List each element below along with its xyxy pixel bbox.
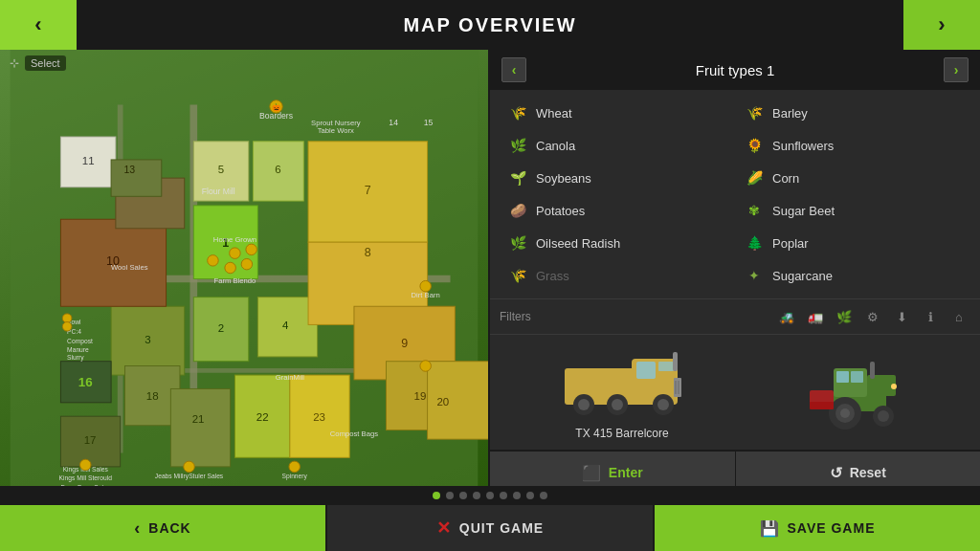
svg-rect-98 [870,362,875,379]
svg-text:Manure: Manure [67,346,89,353]
fruit-item-sugar-beet[interactable]: ✾ Sugar Beet [736,195,970,226]
svg-text:Home Grown: Home Grown [213,235,256,244]
svg-rect-90 [674,378,681,397]
pagination-dot-6[interactable] [500,492,507,499]
content-area: ⊹ Select 1 2 3 [0,50,980,486]
fruit-item-poplar[interactable]: 🌲 Poplar [736,228,970,258]
poplar-label: Poplar [772,236,809,251]
map-section: ⊹ Select 1 2 3 [0,50,488,486]
svg-text:Kings Mill Sterould: Kings Mill Sterould [59,474,113,482]
back-label: BACK [148,520,190,536]
sugarcane-label: Sugarcane [772,269,833,283]
fruit-prev-icon: ‹ [512,62,517,77]
save-label: SAVE GAME [788,520,876,536]
svg-text:Farm Farm Sales: Farm Farm Sales [60,484,110,486]
svg-text:Jeabs MillryStuler Sales: Jeabs MillryStuler Sales [155,473,224,480]
svg-text:GrainMill: GrainMill [276,373,305,382]
svg-point-87 [612,399,623,410]
filter-vehicle2-icon[interactable]: 🚛 [804,305,827,328]
fruit-item-barley[interactable]: 🌾 Barley [736,98,970,128]
svg-text:17: 17 [84,434,97,446]
save-button[interactable]: 💾 SAVE GAME [655,505,980,551]
sunflowers-label: Sunflowers [772,139,834,153]
pagination-dot-2[interactable] [446,492,454,499]
pagination-dot-4[interactable] [473,492,480,499]
filter-tractor-icon[interactable]: 🚜 [775,305,798,328]
fruit-next-button[interactable]: › [944,57,969,82]
sugar-beet-icon: ✾ [744,200,765,221]
enter-label: Enter [609,465,643,480]
canola-label: Canola [536,139,575,153]
fruit-grid: 🌾 Wheat 🌾 Barley 🌿 Canola 🌻 Sunflowers 🌱 [490,90,980,298]
back-button[interactable]: ‹ BACK [0,505,325,551]
pagination-dot-5[interactable] [486,492,494,499]
pagination-dot-7[interactable] [513,492,521,499]
corn-label: Corn [772,171,799,186]
potatoes-label: Potatoes [536,204,585,218]
reset-button[interactable]: ↺ Reset [736,452,981,486]
svg-point-104 [891,384,897,389]
svg-rect-83 [673,352,678,371]
sugarcane-icon: ✦ [744,265,765,286]
fruit-prev-button[interactable]: ‹ [501,57,526,82]
corn-icon: 🌽 [744,167,765,188]
prev-arrow-icon: ‹ [34,12,41,37]
svg-point-53 [241,258,252,269]
pagination-dot-3[interactable] [459,492,467,499]
potatoes-icon: 🥔 [507,200,528,221]
fruit-item-oilseed-radish[interactable]: 🌿 Oilseed Radish [500,228,734,258]
sunflowers-icon: 🌻 [744,135,765,156]
wheat-label: Wheat [536,106,572,121]
svg-rect-106 [810,402,834,409]
action-buttons: ⬛ Enter ↺ Reset [490,450,980,486]
filter-download-icon[interactable]: ⬇ [890,305,913,328]
svg-point-68 [80,459,91,470]
fruit-item-grass[interactable]: 🌾 Grass [500,260,734,291]
barley-label: Barley [772,106,808,121]
truck-container: TX 415 Barrelcore [560,344,684,440]
quit-button[interactable]: ✕ QUIT GAME [325,505,655,551]
svg-text:Compost Bags: Compost Bags [330,430,378,438]
filter-home-icon[interactable]: ⌂ [947,305,970,328]
fruit-item-sugarcane[interactable]: ✦ Sugarcane [736,260,970,291]
bottom-bar: ‹ BACK ✕ QUIT GAME 💾 SAVE GAME [0,505,980,551]
filter-tool-icon[interactable]: ⚙ [861,305,884,328]
fruit-types-title: Fruit types 1 [526,62,944,78]
next-arrow-icon: › [938,12,945,37]
enter-button[interactable]: ⬛ Enter [490,452,736,486]
filters-label: Filters [500,310,769,323]
filter-vehicle3-icon[interactable]: 🌿 [833,305,856,328]
filter-info-icon[interactable]: ℹ [919,305,942,328]
svg-text:Flour Mill: Flour Mill [202,187,235,196]
fruit-item-soybeans[interactable]: 🌱 Soybeans [500,163,734,193]
main-container: ‹ MAP OVERVIEW › ⊹ Select [0,0,980,551]
fruit-item-potatoes[interactable]: 🥔 Potatoes [500,195,734,226]
fruit-item-sunflowers[interactable]: 🌻 Sunflowers [736,130,970,161]
oilseed-radish-icon: 🌿 [507,232,528,253]
svg-text:5: 5 [218,164,224,175]
svg-text:Spinnery: Spinnery [281,473,307,480]
vehicle-name-label: TX 415 Barrelcore [575,427,668,440]
svg-text:7: 7 [365,184,371,197]
svg-text:20: 20 [436,396,449,408]
svg-point-103 [878,410,889,422]
svg-text:22: 22 [256,411,269,423]
fruit-item-corn[interactable]: 🌽 Corn [736,163,970,193]
prev-map-button[interactable]: ‹ [0,0,77,50]
svg-text:4: 4 [282,320,289,331]
svg-text:8: 8 [365,246,371,259]
svg-text:14: 14 [389,118,398,127]
next-map-button[interactable]: › [903,0,980,50]
svg-text:9: 9 [401,337,408,350]
svg-text:16: 16 [78,375,93,389]
sugar-beet-label: Sugar Beet [772,204,835,218]
svg-point-69 [184,461,194,472]
fruit-item-wheat[interactable]: 🌾 Wheat [500,98,734,128]
pagination-dot-8[interactable] [526,492,534,499]
quit-label: QUIT GAME [459,520,544,536]
pagination-dot-1[interactable] [433,492,440,499]
fruit-types-header: ‹ Fruit types 1 › [490,50,980,90]
pagination-dot-9[interactable] [540,492,547,499]
fruit-item-canola[interactable]: 🌿 Canola [500,130,734,161]
canola-icon: 🌿 [507,135,528,156]
